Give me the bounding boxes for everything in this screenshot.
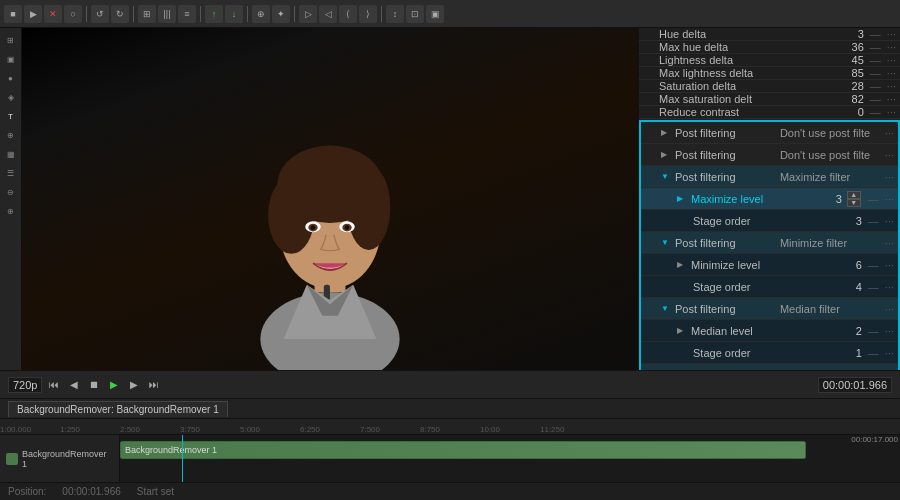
playhead[interactable] (182, 435, 183, 482)
transport-stop[interactable]: ⏹ (86, 377, 102, 393)
prop-row-post-filter-maximize[interactable]: ▼ Post filtering Maximize filter ··· (641, 166, 898, 188)
toolbar-separator-2 (133, 6, 134, 22)
toolbar-next[interactable]: ⟩ (359, 5, 377, 23)
prop-row-minimize-level[interactable]: ▶ Minimize level 6 — ··· (641, 254, 898, 276)
prop-row-lightness-delta: Lightness delta 45 — ··· (639, 54, 900, 67)
toolbar-square[interactable]: ▣ (426, 5, 444, 23)
transport-skip-end[interactable]: ⏭ (146, 377, 162, 393)
ruler-mark-0: 1:00.000 (0, 425, 31, 434)
track-name-bg-remover: BackgroundRemover 1 (22, 449, 113, 469)
prop-value-stage-order-median: 1 (842, 347, 862, 359)
timeline-tab-strip: BackgroundRemover: BackgroundRemover 1 (0, 399, 900, 419)
toolbar-icon-4[interactable]: ○ (64, 5, 82, 23)
ruler-mark-1: 1:250 (60, 425, 80, 434)
toolbar-grid[interactable]: ⊞ (138, 5, 156, 23)
sidebar-view-icon[interactable]: ▣ (3, 51, 19, 67)
toolbar-undo[interactable]: ↺ (91, 5, 109, 23)
prop-name-stage-order-maximize: Stage order (693, 215, 838, 227)
collapse-arrow-1: ▶ (661, 128, 671, 137)
transport-play[interactable]: ▶ (106, 377, 122, 393)
prop-row-post-filter-median[interactable]: ▼ Post filtering Median filter ··· (641, 298, 898, 320)
prop-value-saturation-delta: 28 (844, 80, 864, 92)
prop-value-max-lightness-delta: 85 (844, 67, 864, 79)
ruler-mark-2: 2:500 (120, 425, 140, 434)
toolbar-arrow-down[interactable]: ↓ (225, 5, 243, 23)
timeline: BackgroundRemover: BackgroundRemover 1 1… (0, 399, 900, 482)
end-timecode: 00:00:17.000 (851, 435, 898, 444)
track-clip-bg-remover[interactable]: BackgroundRemover 1 (120, 441, 806, 459)
prop-row-max-saturation-delta: Max saturation delt 82 — ··· (639, 93, 900, 106)
track-icon-bg-remover (6, 453, 18, 465)
right-panel: Hue delta 3 — ··· Max hue delta 36 — ···… (638, 28, 900, 370)
ruler-mark-8: 10:00 (480, 425, 500, 434)
toolbar-box[interactable]: ⊡ (406, 5, 424, 23)
prop-row-post-filter-none-1[interactable]: ▶ Post filtering Don't use post filte ··… (641, 122, 898, 144)
toolbar-star[interactable]: ✦ (272, 5, 290, 23)
prop-row-median-level[interactable]: ▶ Median level 2 — ··· (641, 320, 898, 342)
sidebar-chart-icon[interactable]: ☰ (3, 165, 19, 181)
sidebar-minus-icon[interactable]: ⊖ (3, 184, 19, 200)
prop-value-stage-order-minimize: 4 (842, 281, 862, 293)
sidebar-text-icon[interactable]: T (3, 108, 19, 124)
prop-value-post-filter-maximize: Maximize filter (780, 171, 881, 183)
transport-next-frame[interactable]: ▶ (126, 377, 142, 393)
prop-row-stage-order-median: Stage order 1 — ··· (641, 342, 898, 364)
toolbar-add[interactable]: ⊕ (252, 5, 270, 23)
toolbar-prev[interactable]: ⟨ (339, 5, 357, 23)
prop-name-post-filter-minimize: Post filtering (675, 237, 776, 249)
collapse-arrow-minimize: ▼ (661, 238, 671, 247)
toolbar-icon-3[interactable]: ✕ (44, 5, 62, 23)
position-value: 00:00:01.966 (62, 486, 120, 497)
sidebar-grid-icon[interactable]: ▦ (3, 146, 19, 162)
prop-name-post-filter-2: Post filtering (675, 149, 776, 161)
prop-row-maximize-level[interactable]: ▶ Maximize level 3 ▲ ▼ — ··· (641, 188, 898, 210)
collapse-arrow-maximize: ▼ (661, 172, 671, 181)
prop-name-saturation-delta: Saturation delta (659, 80, 840, 92)
toolbar-separator-6 (381, 6, 382, 22)
toolbar-menu[interactable]: ≡ (178, 5, 196, 23)
sidebar-select-icon[interactable]: ⊞ (3, 32, 19, 48)
spinner-down[interactable]: ▼ (847, 199, 861, 207)
prop-value-post-filter-1: Don't use post filte (780, 127, 881, 139)
ruler-mark-4: 5:000 (240, 425, 260, 434)
toolbar-play-back[interactable]: ◁ (319, 5, 337, 23)
prop-row-post-filter-minimize[interactable]: ▼ Post filtering Minimize filter ··· (641, 232, 898, 254)
spinner-up[interactable]: ▲ (847, 191, 861, 199)
transport-skip-start[interactable]: ⏮ (46, 377, 62, 393)
toolbar-arrow-up[interactable]: ↑ (205, 5, 223, 23)
sidebar-add-icon[interactable]: ⊕ (3, 203, 19, 219)
prop-row-max-hue-delta: Max hue delta 36 — ··· (639, 41, 900, 54)
timeline-tab-label[interactable]: BackgroundRemover: BackgroundRemover 1 (8, 401, 228, 417)
sidebar-circle-icon[interactable]: ● (3, 70, 19, 86)
prop-row-reduce-contrast: Reduce contrast 0 — ··· (639, 106, 900, 119)
toolbar-icon-2[interactable]: ▶ (24, 5, 42, 23)
ruler-mark-7: 8:750 (420, 425, 440, 434)
transport-prev-frame[interactable]: ◀ (66, 377, 82, 393)
toolbar-separator-5 (294, 6, 295, 22)
track-labels: BackgroundRemover 1 (0, 435, 120, 482)
start-set-label: Start set (137, 486, 174, 497)
prop-name-max-saturation-delta: Max saturation delt (659, 93, 840, 105)
maximize-level-spinner[interactable]: ▲ ▼ (847, 191, 861, 207)
toolbar-bars[interactable]: ||| (158, 5, 176, 23)
prop-name-hue-delta: Hue delta (659, 28, 840, 40)
person-figure (190, 45, 470, 370)
sidebar-diamond-icon[interactable]: ◈ (3, 89, 19, 105)
prop-row-stage-order-maximize: Stage order 3 — ··· (641, 210, 898, 232)
prop-value-hue-delta: 3 (844, 28, 864, 40)
svg-point-10 (311, 225, 316, 230)
sidebar-plus-icon[interactable]: ⊕ (3, 127, 19, 143)
timeline-tracks: BackgroundRemover 1 BackgroundRemover 1 … (0, 435, 900, 482)
toolbar-separator-3 (200, 6, 201, 22)
track-content[interactable]: BackgroundRemover 1 00:00:17.000 (120, 435, 900, 482)
ruler-mark-3: 3:750 (180, 425, 200, 434)
prop-value-maximize-level: 3 (822, 193, 842, 205)
prop-row-post-filter-none-2[interactable]: ▶ Post filtering Don't use post filte ··… (641, 144, 898, 166)
toolbar-move[interactable]: ↕ (386, 5, 404, 23)
toolbar-icon-1[interactable]: ■ (4, 5, 22, 23)
toolbar-play-fwd[interactable]: ▷ (299, 5, 317, 23)
toolbar-redo[interactable]: ↻ (111, 5, 129, 23)
video-preview (22, 28, 638, 370)
prop-value-max-hue-delta: 36 (844, 41, 864, 53)
collapse-arrow-median: ▼ (661, 304, 671, 313)
